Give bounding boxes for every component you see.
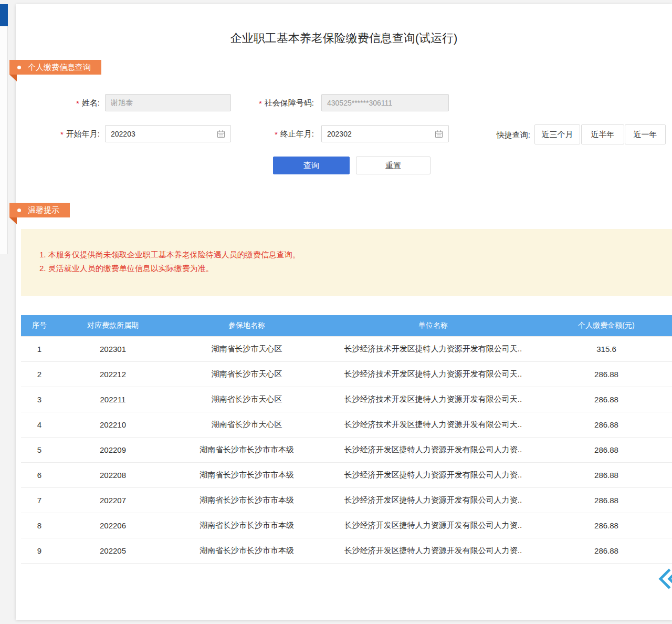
table-cell: 4 [21,412,58,437]
table-cell: 286.88 [541,387,672,412]
table-row: 6202208湖南省长沙市长沙市市本级长沙经济开发区捷特人力资源开发有限公司人力… [21,462,672,487]
table-row: 5202209湖南省长沙市长沙市市本级长沙经济开发区捷特人力资源开发有限公司人力… [21,437,672,462]
header-seq: 序号 [21,315,58,336]
table-cell: 湖南省长沙市长沙市市本级 [168,513,326,538]
bullet-dot-icon [17,209,21,212]
table-cell: 286.88 [541,513,672,538]
table-cell: 长沙经济开发区捷特人力资源开发有限公司人力资.. [326,462,541,487]
table-cell: 202301 [58,336,168,361]
query-button[interactable]: 查询 [273,157,350,174]
start-month-label: * 开始年月: [37,125,100,143]
page: 企业职工基本养老保险缴费信息查询(试运行) 个人缴费信息查询 * 姓名: * 社… [0,0,672,624]
header-period: 对应费款所属期 [58,315,168,336]
tips-notice-box: 1. 本服务仅提供尚未领取企业职工基本养老保险待遇人员的缴费信息查询。 2. 灵… [21,229,672,296]
calendar-icon[interactable] [435,130,443,138]
results-table: 序号 对应费款所属期 参保地名称 单位名称 个人缴费金额(元) 1202301湖… [21,315,672,564]
name-label: * 姓名: [47,94,100,112]
section-badge-personal-query: 个人缴费信息查询 [9,60,101,75]
ssn-field [321,94,449,111]
bullet-dot-icon [17,66,21,69]
table-row: 3202211湖南省长沙市天心区长沙经济技术开发区捷特人力资源开发有限公司天..… [21,387,672,412]
table-body: 1202301湖南省长沙市天心区长沙经济技术开发区捷特人力资源开发有限公司天..… [21,336,672,563]
table-cell: 湖南省长沙市长沙市市本级 [168,487,326,513]
table-cell: 286.88 [541,437,672,462]
required-marker: * [76,99,79,108]
end-month-label: * 终止年月: [246,125,314,143]
section-badge-label: 个人缴费信息查询 [28,63,91,72]
table-cell: 7 [21,487,58,513]
table-row: 2202212湖南省长沙市天心区长沙经济技术开发区捷特人力资源开发有限公司天..… [21,361,672,387]
table-cell: 湖南省长沙市天心区 [168,387,326,412]
table-cell: 湖南省长沙市长沙市市本级 [168,538,326,563]
table-cell: 286.88 [541,462,672,487]
table-cell: 286.88 [541,412,672,437]
header-employer: 单位名称 [326,315,541,336]
table-row: 1202301湖南省长沙市天心区长沙经济技术开发区捷特人力资源开发有限公司天..… [21,336,672,361]
table-cell: 湖南省长沙市天心区 [168,336,326,361]
required-marker: * [259,99,262,108]
table-cell: 长沙经济开发区捷特人力资源开发有限公司人力资.. [326,437,541,462]
table-cell: 202212 [58,361,168,387]
table-cell: 3 [21,387,58,412]
table-cell: 湖南省长沙市长沙市市本级 [168,437,326,462]
double-chevron-left-icon[interactable] [657,568,672,589]
reset-button[interactable]: 重置 [356,157,430,174]
header-amount: 个人缴费金额(元) [541,315,672,336]
section-badge-tips: 温馨提示 [9,203,70,217]
sidebar-blue-tab[interactable] [0,4,8,26]
table-cell: 9 [21,538,58,563]
section-badge-label: 温馨提示 [28,205,59,215]
table-cell: 286.88 [541,487,672,513]
table-row: 7202207湖南省长沙市长沙市市本级长沙经济开发区捷特人力资源开发有限公司人力… [21,487,672,513]
table-header-row: 序号 对应费款所属期 参保地名称 单位名称 个人缴费金额(元) [21,315,672,336]
table-cell: 长沙经济开发区捷特人力资源开发有限公司人力资.. [326,487,541,513]
table-cell: 湖南省长沙市长沙市市本级 [168,462,326,487]
table-cell: 长沙经济技术开发区捷特人力资源开发有限公司天.. [326,361,541,387]
table-row: 8202206湖南省长沙市长沙市市本级长沙经济开发区捷特人力资源开发有限公司人力… [21,513,672,538]
table-row: 9202205湖南省长沙市长沙市市本级长沙经济开发区捷特人力资源开发有限公司人力… [21,538,672,563]
table-cell: 202205 [58,538,168,563]
tips-line-1: 1. 本服务仅提供尚未领取企业职工基本养老保险待遇人员的缴费信息查询。 [39,248,662,262]
quick-query-label: 快捷查询: [487,126,530,144]
table-cell: 202210 [58,412,168,437]
table-cell: 长沙经济技术开发区捷特人力资源开发有限公司天.. [326,336,541,361]
quick-query-halfyear-button[interactable]: 近半年 [581,124,624,144]
table-cell: 202211 [58,387,168,412]
table-cell: 286.88 [541,538,672,563]
end-month-field[interactable] [321,125,449,142]
name-field [105,94,231,111]
table-cell: 202208 [58,462,168,487]
table-cell: 202206 [58,513,168,538]
table-cell: 2 [21,361,58,387]
calendar-icon[interactable] [217,130,225,138]
table-cell: 8 [21,513,58,538]
table-cell: 湖南省长沙市天心区 [168,361,326,387]
table-cell: 6 [21,462,58,487]
quick-query-1year-button[interactable]: 近一年 [625,124,666,144]
tips-line-2: 2. 灵活就业人员的缴费单位信息以实际缴费为准。 [39,262,662,275]
collapsed-sidebar [0,4,8,254]
table-cell: 286.88 [541,361,672,387]
table-cell: 315.6 [541,336,672,361]
page-title: 企业职工基本养老保险缴费信息查询(试运行) [16,30,672,46]
table-cell: 1 [21,336,58,361]
start-month-field[interactable] [105,125,231,142]
table-row: 4202210湖南省长沙市天心区长沙经济技术开发区捷特人力资源开发有限公司天..… [21,412,672,437]
table-cell: 湖南省长沙市天心区 [168,412,326,437]
table-cell: 202207 [58,487,168,513]
required-marker: * [275,130,278,139]
ssn-label: * 社会保障号码: [235,94,314,112]
table-cell: 长沙经济技术开发区捷特人力资源开发有限公司天.. [326,412,541,437]
table-cell: 长沙经济开发区捷特人力资源开发有限公司人力资.. [326,538,541,563]
header-insured-place: 参保地名称 [168,315,326,336]
table-cell: 5 [21,437,58,462]
table-cell: 长沙经济开发区捷特人力资源开发有限公司人力资.. [326,513,541,538]
required-marker: * [60,130,64,139]
quick-query-3months-button[interactable]: 近三个月 [534,124,580,144]
table-cell: 长沙经济技术开发区捷特人力资源开发有限公司天.. [326,387,541,412]
table-cell: 202209 [58,437,168,462]
